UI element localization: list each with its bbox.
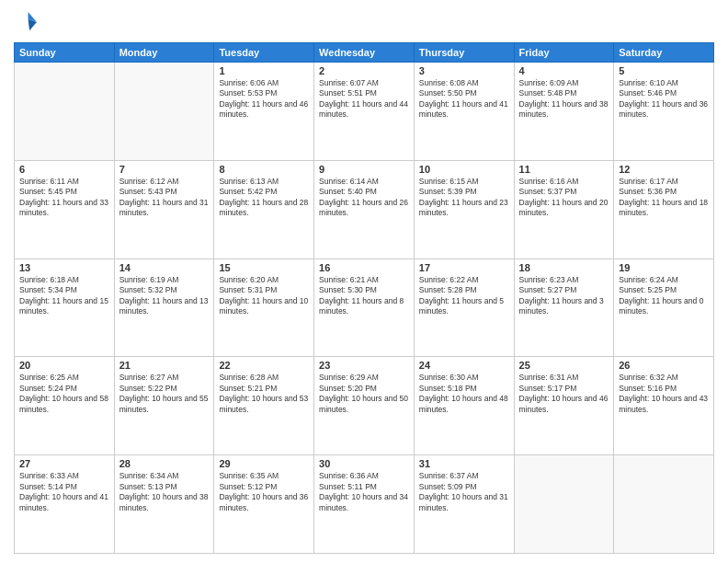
day-number: 14 <box>119 262 210 273</box>
day-info: Sunrise: 6:23 AM Sunset: 5:27 PM Dayligh… <box>519 275 609 317</box>
day-info: Sunrise: 6:17 AM Sunset: 5:36 PM Dayligh… <box>619 177 709 219</box>
day-number: 7 <box>119 164 210 175</box>
calendar-cell: 16Sunrise: 6:21 AM Sunset: 5:30 PM Dayli… <box>314 259 415 357</box>
day-number: 6 <box>19 164 109 175</box>
day-number: 22 <box>219 360 309 371</box>
calendar-cell: 26Sunrise: 6:32 AM Sunset: 5:16 PM Dayli… <box>614 357 714 455</box>
calendar-cell: 23Sunrise: 6:29 AM Sunset: 5:20 PM Dayli… <box>314 357 415 455</box>
calendar-cell: 30Sunrise: 6:36 AM Sunset: 5:11 PM Dayli… <box>314 455 415 554</box>
day-info: Sunrise: 6:06 AM Sunset: 5:53 PM Dayligh… <box>219 78 309 121</box>
day-number: 8 <box>219 164 309 175</box>
day-number: 28 <box>119 458 210 469</box>
day-info: Sunrise: 6:24 AM Sunset: 5:25 PM Dayligh… <box>619 275 709 317</box>
day-number: 27 <box>19 458 109 469</box>
calendar-header-row: SundayMondayTuesdayWednesdayThursdayFrid… <box>15 43 714 63</box>
calendar-cell: 29Sunrise: 6:35 AM Sunset: 5:12 PM Dayli… <box>214 455 314 554</box>
calendar-cell <box>614 455 714 554</box>
day-info: Sunrise: 6:20 AM Sunset: 5:31 PM Dayligh… <box>219 275 309 317</box>
day-number: 19 <box>619 262 709 273</box>
calendar-cell: 13Sunrise: 6:18 AM Sunset: 5:34 PM Dayli… <box>15 259 115 357</box>
calendar-cell: 10Sunrise: 6:15 AM Sunset: 5:39 PM Dayli… <box>414 160 514 259</box>
day-number: 25 <box>519 360 609 371</box>
day-number: 2 <box>319 65 409 76</box>
calendar-cell: 17Sunrise: 6:22 AM Sunset: 5:28 PM Dayli… <box>414 259 514 357</box>
calendar-header-monday: Monday <box>114 43 214 63</box>
day-number: 23 <box>319 360 409 371</box>
day-info: Sunrise: 6:09 AM Sunset: 5:48 PM Dayligh… <box>519 78 609 121</box>
calendar-week-4: 27Sunrise: 6:33 AM Sunset: 5:14 PM Dayli… <box>15 455 714 554</box>
day-info: Sunrise: 6:18 AM Sunset: 5:34 PM Dayligh… <box>19 275 109 317</box>
day-info: Sunrise: 6:33 AM Sunset: 5:14 PM Dayligh… <box>19 471 109 513</box>
day-info: Sunrise: 6:30 AM Sunset: 5:18 PM Dayligh… <box>419 373 509 415</box>
day-info: Sunrise: 6:29 AM Sunset: 5:20 PM Dayligh… <box>319 373 409 415</box>
page: SundayMondayTuesdayWednesdayThursdayFrid… <box>0 0 728 563</box>
calendar-cell: 15Sunrise: 6:20 AM Sunset: 5:31 PM Dayli… <box>214 259 314 357</box>
calendar-cell: 24Sunrise: 6:30 AM Sunset: 5:18 PM Dayli… <box>414 357 514 455</box>
day-info: Sunrise: 6:12 AM Sunset: 5:43 PM Dayligh… <box>119 177 210 219</box>
calendar-cell: 20Sunrise: 6:25 AM Sunset: 5:24 PM Dayli… <box>15 357 115 455</box>
calendar-cell: 27Sunrise: 6:33 AM Sunset: 5:14 PM Dayli… <box>15 455 115 554</box>
day-info: Sunrise: 6:13 AM Sunset: 5:42 PM Dayligh… <box>219 177 309 219</box>
day-number: 13 <box>19 262 109 273</box>
day-number: 3 <box>419 65 509 76</box>
calendar-cell: 19Sunrise: 6:24 AM Sunset: 5:25 PM Dayli… <box>614 259 714 357</box>
calendar-cell: 2Sunrise: 6:07 AM Sunset: 5:51 PM Daylig… <box>314 63 415 161</box>
day-info: Sunrise: 6:25 AM Sunset: 5:24 PM Dayligh… <box>19 373 109 415</box>
day-number: 18 <box>519 262 609 273</box>
calendar-cell: 21Sunrise: 6:27 AM Sunset: 5:22 PM Dayli… <box>114 357 214 455</box>
day-info: Sunrise: 6:28 AM Sunset: 5:21 PM Dayligh… <box>219 373 309 415</box>
day-info: Sunrise: 6:21 AM Sunset: 5:30 PM Dayligh… <box>319 275 409 317</box>
calendar-cell: 4Sunrise: 6:09 AM Sunset: 5:48 PM Daylig… <box>514 63 614 161</box>
calendar-cell: 18Sunrise: 6:23 AM Sunset: 5:27 PM Dayli… <box>514 259 614 357</box>
day-info: Sunrise: 6:07 AM Sunset: 5:51 PM Dayligh… <box>319 78 409 121</box>
day-info: Sunrise: 6:27 AM Sunset: 5:22 PM Dayligh… <box>119 373 210 415</box>
calendar-cell: 9Sunrise: 6:14 AM Sunset: 5:40 PM Daylig… <box>314 160 415 259</box>
day-number: 15 <box>219 262 309 273</box>
calendar-cell: 11Sunrise: 6:16 AM Sunset: 5:37 PM Dayli… <box>514 160 614 259</box>
calendar-header-saturday: Saturday <box>614 43 714 63</box>
day-number: 4 <box>519 65 609 76</box>
logo-icon <box>14 9 40 35</box>
day-info: Sunrise: 6:16 AM Sunset: 5:37 PM Dayligh… <box>519 177 609 219</box>
day-number: 16 <box>319 262 409 273</box>
day-number: 20 <box>19 360 109 371</box>
day-number: 12 <box>619 164 709 175</box>
day-number: 26 <box>619 360 709 371</box>
calendar-week-1: 6Sunrise: 6:11 AM Sunset: 5:45 PM Daylig… <box>15 160 714 259</box>
calendar-header-thursday: Thursday <box>414 43 514 63</box>
calendar-header-friday: Friday <box>514 43 614 63</box>
day-number: 24 <box>419 360 509 371</box>
calendar-week-3: 20Sunrise: 6:25 AM Sunset: 5:24 PM Dayli… <box>15 357 714 455</box>
day-info: Sunrise: 6:11 AM Sunset: 5:45 PM Dayligh… <box>19 177 109 219</box>
day-number: 1 <box>219 65 309 76</box>
day-info: Sunrise: 6:15 AM Sunset: 5:39 PM Dayligh… <box>419 177 509 219</box>
calendar-header-sunday: Sunday <box>15 43 115 63</box>
day-number: 5 <box>619 65 709 76</box>
day-info: Sunrise: 6:36 AM Sunset: 5:11 PM Dayligh… <box>319 471 409 513</box>
calendar-cell: 22Sunrise: 6:28 AM Sunset: 5:21 PM Dayli… <box>214 357 314 455</box>
calendar-cell <box>514 455 614 554</box>
calendar-cell: 3Sunrise: 6:08 AM Sunset: 5:50 PM Daylig… <box>414 63 514 161</box>
calendar-cell: 7Sunrise: 6:12 AM Sunset: 5:43 PM Daylig… <box>114 160 214 259</box>
day-info: Sunrise: 6:35 AM Sunset: 5:12 PM Dayligh… <box>219 471 309 513</box>
calendar-cell: 31Sunrise: 6:37 AM Sunset: 5:09 PM Dayli… <box>414 455 514 554</box>
calendar-cell: 6Sunrise: 6:11 AM Sunset: 5:45 PM Daylig… <box>15 160 115 259</box>
day-number: 17 <box>419 262 509 273</box>
day-info: Sunrise: 6:22 AM Sunset: 5:28 PM Dayligh… <box>419 275 509 317</box>
day-info: Sunrise: 6:19 AM Sunset: 5:32 PM Dayligh… <box>119 275 210 317</box>
day-number: 11 <box>519 164 609 175</box>
day-number: 30 <box>319 458 409 469</box>
day-info: Sunrise: 6:34 AM Sunset: 5:13 PM Dayligh… <box>119 471 210 513</box>
calendar-cell: 14Sunrise: 6:19 AM Sunset: 5:32 PM Dayli… <box>114 259 214 357</box>
day-number: 31 <box>419 458 509 469</box>
calendar-week-2: 13Sunrise: 6:18 AM Sunset: 5:34 PM Dayli… <box>15 259 714 357</box>
calendar-cell <box>15 63 115 161</box>
calendar-cell <box>114 63 214 161</box>
calendar-header-wednesday: Wednesday <box>314 43 415 63</box>
calendar-cell: 8Sunrise: 6:13 AM Sunset: 5:42 PM Daylig… <box>214 160 314 259</box>
calendar-cell: 1Sunrise: 6:06 AM Sunset: 5:53 PM Daylig… <box>214 63 314 161</box>
calendar-cell: 25Sunrise: 6:31 AM Sunset: 5:17 PM Dayli… <box>514 357 614 455</box>
calendar-cell: 5Sunrise: 6:10 AM Sunset: 5:46 PM Daylig… <box>614 63 714 161</box>
calendar-week-0: 1Sunrise: 6:06 AM Sunset: 5:53 PM Daylig… <box>15 63 714 161</box>
calendar-header-tuesday: Tuesday <box>214 43 314 63</box>
